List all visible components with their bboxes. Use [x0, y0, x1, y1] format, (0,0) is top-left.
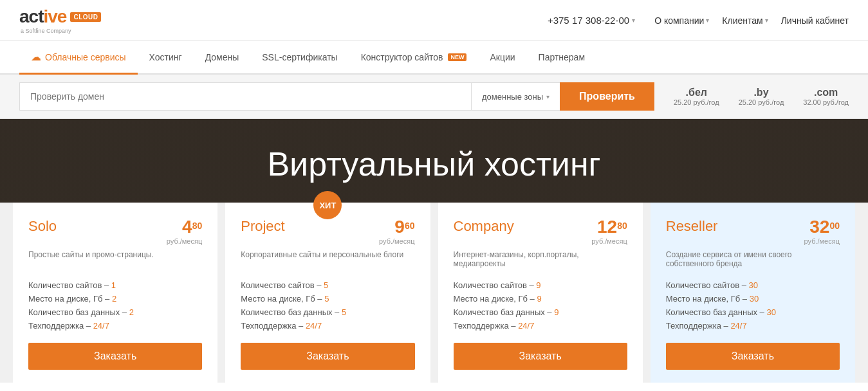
nav-item-partners[interactable]: Партнерам	[527, 42, 596, 72]
nav-item-hosting[interactable]: Хостинг	[138, 42, 194, 72]
plan-desc: Корпоративные сайты и персональные блоги	[241, 250, 414, 271]
nav-item-domains[interactable]: Домены	[194, 42, 251, 72]
nav-item-sales[interactable]: Акции	[478, 42, 526, 72]
feature-val-2: 5	[342, 307, 346, 317]
logo-cloud-badge: CLOUD	[70, 12, 101, 22]
plan-desc: Создание сервиса от имени своего собстве…	[666, 250, 840, 271]
plan-header: Reseller 3200 руб./месяц	[666, 218, 840, 245]
header-right: +375 17 308-22-00 ▾ О компании ▾ Клиента…	[548, 15, 849, 26]
cloud-icon: ☁	[31, 51, 41, 63]
nav-item-ssl[interactable]: SSL-сертификаты	[250, 42, 349, 72]
feature-val-1: 9	[537, 294, 541, 304]
feature-val-3: 24/7	[730, 321, 746, 331]
nav-ssl-label: SSL-сертификаты	[262, 52, 337, 62]
nav-sales-label: Акции	[490, 52, 515, 62]
plan-price: 960	[379, 218, 414, 236]
plan-price-label: руб./месяц	[804, 237, 840, 245]
plan-price-int: 32	[809, 217, 829, 237]
phone-chevron: ▾	[632, 17, 635, 24]
plan-card-reseller: Reseller 3200 руб./месяц Создание сервис…	[651, 203, 855, 383]
price-com: .com 32.00 руб./год	[803, 87, 849, 106]
nav-cabinet[interactable]: Личный кабинет	[781, 15, 849, 26]
order-button[interactable]: Заказать	[28, 343, 202, 370]
price-bel-value: 25.20 руб./год	[674, 98, 719, 106]
plan-desc: Простые сайты и промо-страницы.	[28, 250, 202, 271]
feature-val-1: 2	[112, 294, 116, 304]
nav-bar: ☁ Облачные сервисы Хостинг Домены SSL-се…	[0, 41, 868, 75]
feature-2: Количество баз данных – 2	[28, 305, 202, 319]
plan-header: Solo 480 руб./месяц	[28, 218, 202, 245]
plan-header: Project 960 руб./месяц	[241, 218, 414, 245]
domain-search-bar: доменные зоны ▾ Проверить .бел 25.20 руб…	[0, 75, 868, 119]
feature-text-3: Техподдержка –	[241, 321, 306, 331]
hit-badge: ХИТ	[313, 191, 342, 219]
feature-2: Количество баз данных – 30	[666, 305, 840, 319]
feature-2: Количество баз данных – 5	[241, 305, 414, 319]
feature-text-0: Количество сайтов –	[666, 280, 749, 290]
plan-price-dec: 80	[617, 221, 627, 231]
plans-section: Solo 480 руб./месяц Простые сайты и пром…	[0, 203, 868, 383]
price-bel-zone: .бел	[674, 87, 719, 98]
order-button[interactable]: Заказать	[241, 343, 414, 370]
plan-features: Количество сайтов – 9 Место на диске, Гб…	[454, 278, 627, 332]
feature-val-3: 24/7	[518, 321, 534, 331]
nav-item-cloud[interactable]: ☁ Облачные сервисы	[19, 41, 138, 75]
plan-price-int: 4	[182, 217, 192, 237]
feature-val-2: 2	[129, 307, 134, 317]
domain-check-button[interactable]: Проверить	[560, 82, 654, 111]
price-bel: .бел 25.20 руб./год	[674, 87, 719, 106]
plan-price: 3200	[804, 218, 840, 236]
feature-0: Количество сайтов – 1	[28, 278, 202, 292]
nav-clients-chevron: ▾	[765, 17, 768, 24]
plan-name: Company	[454, 218, 514, 235]
order-button[interactable]: Заказать	[666, 343, 840, 370]
nav-clients[interactable]: Клиентам ▾	[722, 15, 768, 26]
plan-price: 1280	[591, 218, 627, 236]
feature-text-3: Техподдержка –	[454, 321, 519, 331]
plan-name: Project	[241, 218, 284, 235]
nav-cloud-label: Облачные сервисы	[45, 52, 126, 62]
feature-0: Количество сайтов – 5	[241, 278, 414, 292]
plan-desc: Интернет-магазины, корп.порталы, медиапр…	[454, 250, 627, 271]
header-phone[interactable]: +375 17 308-22-00 ▾	[548, 15, 635, 26]
price-com-zone: .com	[803, 87, 849, 98]
domain-zones-chevron: ▾	[546, 93, 549, 100]
feature-text-1: Место на диске, Гб –	[241, 294, 324, 304]
plan-price-area: 960 руб./месяц	[379, 218, 414, 245]
feature-val-3: 24/7	[306, 321, 322, 331]
logo-act: act	[19, 6, 43, 26]
nav-about[interactable]: О компании ▾	[654, 15, 709, 26]
feature-val-0: 1	[111, 280, 116, 290]
logo-area: active CLOUD a Softline Company	[19, 6, 101, 34]
feature-text-3: Техподдержка –	[28, 321, 93, 331]
plan-card-project: ХИТ Project 960 руб./месяц Корпоративные…	[225, 203, 430, 383]
feature-text-0: Количество сайтов –	[28, 280, 111, 290]
plan-price-label: руб./месяц	[379, 237, 414, 245]
price-by: .by 25.20 руб./год	[739, 87, 784, 106]
plan-price-int: 9	[394, 217, 405, 237]
plan-price-area: 480 руб./месяц	[167, 218, 202, 245]
feature-3: Техподдержка – 24/7	[454, 319, 627, 332]
plan-card-solo: Solo 480 руб./месяц Простые сайты и пром…	[13, 203, 217, 383]
feature-0: Количество сайтов – 9	[454, 278, 627, 292]
feature-val-1: 30	[750, 294, 759, 304]
domain-input[interactable]	[19, 82, 471, 111]
feature-text-1: Место на диске, Гб –	[666, 294, 750, 304]
plan-price-dec: 80	[192, 221, 203, 231]
domain-zones-button[interactable]: доменные зоны ▾	[471, 82, 560, 111]
logo-ive: ive	[43, 6, 66, 26]
nav-item-constructor[interactable]: Конструктор сайтов NEW	[349, 42, 479, 72]
feature-val-0: 9	[536, 280, 540, 290]
order-button[interactable]: Заказать	[454, 343, 627, 370]
feature-1: Место на диске, Гб – 30	[666, 292, 840, 305]
nav-cabinet-label: Личный кабинет	[781, 15, 849, 26]
feature-text-0: Количество сайтов –	[241, 280, 324, 290]
feature-1: Место на диске, Гб – 5	[241, 292, 414, 305]
plan-price-dec: 00	[829, 221, 840, 231]
plan-price: 480	[167, 218, 202, 236]
feature-text-1: Место на диске, Гб –	[28, 294, 112, 304]
feature-text-0: Количество сайтов –	[454, 280, 537, 290]
plan-price-int: 12	[597, 217, 617, 237]
header-nav: О компании ▾ Клиентам ▾ Личный кабинет	[654, 15, 849, 26]
logo: active CLOUD	[19, 6, 101, 27]
